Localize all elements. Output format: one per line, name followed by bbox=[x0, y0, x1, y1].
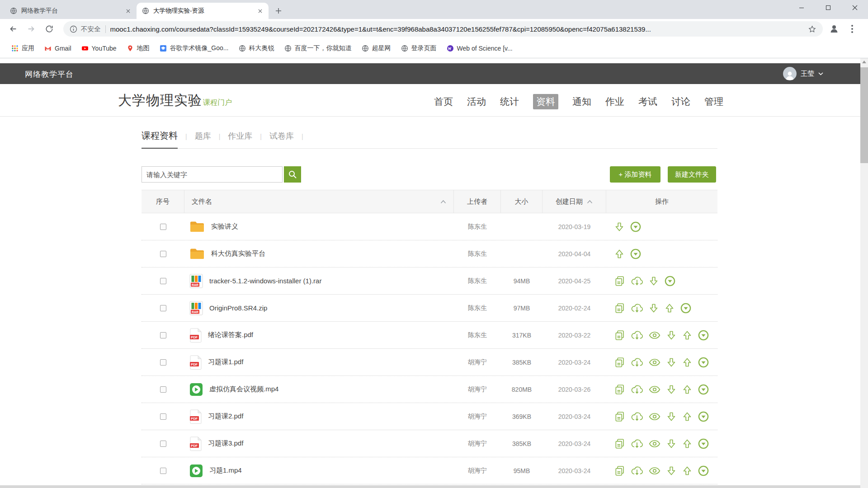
reload-button[interactable] bbox=[42, 21, 57, 37]
up-arrow-icon[interactable] bbox=[682, 465, 693, 477]
up-arrow-icon[interactable] bbox=[664, 302, 675, 314]
file-name[interactable]: OriginPro8.SR4.zip bbox=[209, 304, 267, 312]
copy-icon[interactable] bbox=[614, 357, 626, 368]
bookmark-item-2[interactable]: YouTube bbox=[76, 43, 122, 54]
eye-icon[interactable] bbox=[648, 465, 661, 477]
up-arrow-icon[interactable] bbox=[614, 248, 625, 260]
cloud-download-icon[interactable] bbox=[631, 357, 643, 368]
cloud-download-icon[interactable] bbox=[631, 275, 643, 287]
address-bar[interactable]: 不安全 mooc1.chaoxing.com/coursedata?classI… bbox=[63, 21, 823, 37]
up-arrow-icon[interactable] bbox=[682, 357, 693, 368]
file-name[interactable]: 习题课1.pdf bbox=[208, 358, 243, 366]
row-checkbox[interactable] bbox=[160, 251, 166, 257]
up-arrow-icon[interactable] bbox=[682, 438, 693, 450]
subtab-2[interactable]: 作业库 bbox=[228, 131, 252, 147]
row-checkbox[interactable] bbox=[160, 359, 166, 366]
new-tab-button[interactable] bbox=[272, 5, 285, 17]
maximize-button[interactable] bbox=[815, 0, 841, 15]
back-button[interactable] bbox=[5, 21, 21, 37]
scroll-up-icon[interactable] bbox=[860, 58, 868, 66]
profile-icon[interactable] bbox=[826, 21, 842, 37]
cloud-download-icon[interactable] bbox=[631, 329, 643, 341]
url-text[interactable]: mooc1.chaoxing.com/coursedata?classId=15… bbox=[110, 25, 804, 33]
up-arrow-icon[interactable] bbox=[682, 329, 693, 341]
copy-icon[interactable] bbox=[614, 411, 626, 422]
file-name[interactable]: 绪论课答案.pdf bbox=[208, 331, 253, 339]
cloud-download-icon[interactable] bbox=[631, 465, 643, 477]
bookmark-item-1[interactable]: Gmail bbox=[39, 43, 76, 54]
nav-item-2[interactable]: 统计 bbox=[500, 95, 519, 108]
circle-down-icon[interactable] bbox=[698, 411, 709, 422]
bookmark-item-7[interactable]: 超星网 bbox=[357, 42, 396, 54]
sort-caret-icon[interactable] bbox=[587, 200, 593, 204]
file-name[interactable]: tracker-5.1.2-windows-installer (1).rar bbox=[209, 277, 321, 285]
circle-down-icon[interactable] bbox=[698, 357, 709, 368]
add-resource-button[interactable]: + 添加资料 bbox=[610, 166, 660, 183]
tab-close-icon[interactable] bbox=[124, 7, 132, 15]
minimize-button[interactable] bbox=[788, 0, 815, 15]
row-checkbox[interactable] bbox=[160, 224, 166, 230]
bookmark-item-4[interactable]: 谷歌学术镜像_Goo... bbox=[155, 42, 234, 54]
eye-icon[interactable] bbox=[648, 438, 661, 450]
copy-icon[interactable] bbox=[614, 302, 626, 314]
copy-icon[interactable] bbox=[614, 329, 626, 341]
down-arrow-icon[interactable] bbox=[666, 438, 677, 450]
row-checkbox[interactable] bbox=[160, 386, 166, 393]
eye-icon[interactable] bbox=[648, 384, 661, 395]
down-arrow-icon[interactable] bbox=[666, 384, 677, 395]
down-arrow-icon[interactable] bbox=[648, 275, 659, 287]
bookmark-item-6[interactable]: 百度一下，你就知道 bbox=[279, 42, 357, 54]
vertical-scrollbar[interactable] bbox=[860, 58, 868, 488]
up-arrow-icon[interactable] bbox=[682, 384, 693, 395]
circle-down-icon[interactable] bbox=[664, 275, 676, 287]
copy-icon[interactable] bbox=[614, 465, 626, 477]
subtab-3[interactable]: 试卷库 bbox=[269, 131, 294, 147]
bookmark-item-8[interactable]: 登录页面 bbox=[396, 42, 442, 54]
eye-icon[interactable] bbox=[648, 329, 661, 341]
file-name[interactable]: 习题1.mp4 bbox=[209, 466, 242, 475]
row-checkbox[interactable] bbox=[160, 441, 166, 447]
up-arrow-icon[interactable] bbox=[682, 411, 693, 422]
nav-item-5[interactable]: 作业 bbox=[605, 95, 624, 108]
cloud-download-icon[interactable] bbox=[631, 438, 643, 450]
nav-item-3[interactable]: 资料 bbox=[533, 94, 558, 109]
eye-icon[interactable] bbox=[648, 411, 661, 422]
file-name[interactable]: 科大仿真实验平台 bbox=[211, 249, 265, 258]
row-checkbox[interactable] bbox=[160, 332, 166, 338]
nav-item-1[interactable]: 活动 bbox=[467, 95, 486, 108]
nav-item-4[interactable]: 通知 bbox=[572, 95, 591, 108]
file-name[interactable]: 习题课2.pdf bbox=[208, 412, 243, 421]
file-name[interactable]: 实验讲义 bbox=[211, 222, 238, 231]
circle-down-icon[interactable] bbox=[698, 438, 709, 450]
subtab-1[interactable]: 题库 bbox=[195, 131, 211, 147]
row-checkbox[interactable] bbox=[160, 278, 166, 284]
tab-close-icon[interactable] bbox=[256, 7, 264, 15]
nav-item-8[interactable]: 管理 bbox=[704, 95, 723, 108]
forward-button[interactable] bbox=[24, 21, 39, 37]
circle-down-icon[interactable] bbox=[698, 384, 709, 395]
copy-icon[interactable] bbox=[614, 384, 626, 395]
new-folder-button[interactable]: 新建文件夹 bbox=[668, 166, 716, 183]
down-arrow-icon[interactable] bbox=[666, 329, 677, 341]
nav-item-7[interactable]: 讨论 bbox=[671, 95, 690, 108]
row-checkbox[interactable] bbox=[160, 305, 166, 311]
cloud-download-icon[interactable] bbox=[631, 384, 643, 395]
bookmark-item-5[interactable]: 科大奥锐 bbox=[234, 42, 279, 54]
circle-down-icon[interactable] bbox=[698, 465, 709, 477]
copy-icon[interactable] bbox=[614, 275, 626, 287]
copy-icon[interactable] bbox=[614, 438, 626, 450]
down-arrow-icon[interactable] bbox=[648, 302, 659, 314]
sort-caret-icon[interactable] bbox=[440, 200, 446, 204]
site-info-icon[interactable] bbox=[70, 25, 77, 33]
close-window-button[interactable] bbox=[841, 0, 868, 15]
eye-icon[interactable] bbox=[648, 357, 661, 368]
bookmark-star-icon[interactable] bbox=[808, 25, 816, 33]
bookmark-item-0[interactable]: 应用 bbox=[6, 42, 39, 54]
cloud-download-icon[interactable] bbox=[631, 302, 643, 314]
file-name[interactable]: 习题课3.pdf bbox=[208, 439, 243, 448]
row-checkbox[interactable] bbox=[160, 468, 166, 474]
down-arrow-icon[interactable] bbox=[614, 221, 625, 233]
cloud-download-icon[interactable] bbox=[631, 411, 643, 422]
search-input[interactable] bbox=[142, 166, 283, 183]
file-name[interactable]: 虚拟仿真会议视频.mp4 bbox=[209, 385, 278, 394]
